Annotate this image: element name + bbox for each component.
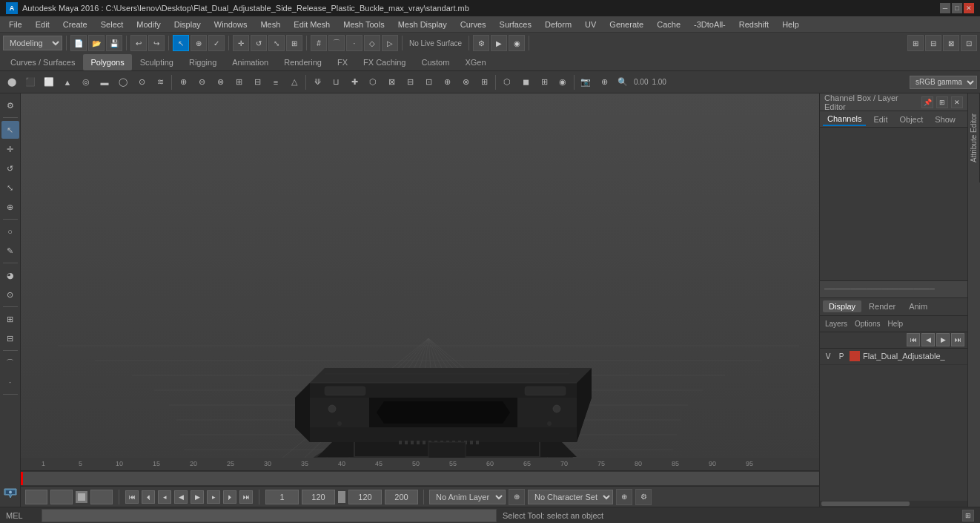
attribute-editor-label[interactable]: Attribute Editor — [968, 93, 980, 182]
select-lasso-button[interactable]: ⊕ — [191, 35, 207, 51]
tool-insert-edge-icon[interactable]: ⊟ — [401, 73, 419, 91]
point-snap-button[interactable]: · — [1, 373, 19, 391]
layer-row-1[interactable]: V P Flat_Dual_Adjustable_ — [820, 349, 967, 365]
tool-bridge-icon[interactable]: ⊔ — [327, 73, 345, 91]
cb-close-button[interactable]: ✕ — [951, 96, 963, 108]
menu-generate[interactable]: Generate — [603, 17, 649, 32]
max2-frame-input[interactable] — [385, 490, 418, 504]
menu-edit[interactable]: Edit — [30, 17, 56, 32]
next-key-button[interactable]: ▸ — [207, 490, 220, 504]
rotate-tool-button[interactable]: ↺ — [251, 35, 267, 51]
char-set-button[interactable]: ⊕ — [616, 489, 632, 505]
cb-tab-edit[interactable]: Edit — [869, 114, 892, 125]
tab-sculpting[interactable]: Sculpting — [133, 54, 181, 70]
redo-button[interactable]: ↪ — [148, 35, 165, 51]
menu-display[interactable]: Display — [168, 17, 207, 32]
universal-tool-button[interactable]: ⊞ — [286, 35, 302, 51]
mesh-sphere-icon[interactable]: ⬤ — [3, 73, 21, 91]
display-wireframe-icon[interactable]: ⬡ — [498, 73, 516, 91]
soft-mod-button[interactable]: ◕ — [1, 266, 19, 284]
layer-scrollbar[interactable] — [820, 501, 967, 507]
layers-menu[interactable]: Layers — [823, 319, 850, 329]
tab-animation[interactable]: Animation — [225, 54, 276, 70]
minimize-button[interactable]: ─ — [940, 3, 950, 13]
go-to-start-button[interactable]: ⏮ — [125, 490, 139, 504]
show-manip-button[interactable]: ⊞ — [1, 310, 19, 328]
end-frame-input[interactable]: 120 — [90, 490, 113, 504]
maximize-button[interactable]: □ — [952, 3, 962, 13]
tool-offset-edge-icon[interactable]: ⊡ — [420, 73, 437, 91]
play-forward-button[interactable]: ▶ — [191, 490, 204, 504]
tool-append-icon[interactable]: ✚ — [345, 73, 363, 91]
menu-help[interactable]: Help — [776, 17, 805, 32]
tb-right-btn-2[interactable]: ⊟ — [925, 35, 941, 51]
help-menu[interactable]: Help — [885, 319, 905, 329]
prev-key-button[interactable]: ◂ — [158, 490, 171, 504]
cb-float-button[interactable]: ⊞ — [936, 96, 948, 108]
current-frame-input[interactable]: 1 — [25, 490, 47, 504]
menu-mesh-display[interactable]: Mesh Display — [392, 17, 453, 32]
script-input[interactable] — [42, 509, 497, 522]
layer-scroll-thumb[interactable] — [821, 501, 910, 506]
mesh-torus-icon[interactable]: ◎ — [77, 73, 95, 91]
close-button[interactable]: ✕ — [964, 3, 974, 13]
menu-file[interactable]: File — [3, 17, 28, 32]
options-menu[interactable]: Options — [852, 319, 882, 329]
display-texture-icon[interactable]: ⊞ — [535, 73, 553, 91]
snap-surface-button[interactable]: ◇ — [364, 35, 380, 51]
tool-connect-icon[interactable]: ⊕ — [438, 73, 456, 91]
prev-frame-button[interactable]: ⏴ — [142, 490, 155, 504]
edit-separate-icon[interactable]: ⊖ — [193, 73, 211, 91]
display-shaded-icon[interactable]: ◼ — [517, 73, 534, 91]
tb-right-btn-3[interactable]: ⊠ — [943, 35, 959, 51]
tool-extrude-icon[interactable]: ⟱ — [308, 73, 326, 91]
cb-pin-button[interactable]: 📌 — [921, 96, 933, 108]
menu-3dtool[interactable]: -3DtoAll- — [688, 17, 732, 32]
scale-tool-button[interactable]: ⤡ — [268, 35, 285, 51]
tool-detach-icon[interactable]: ⊗ — [457, 73, 474, 91]
play-back-button[interactable]: ◀ — [174, 490, 188, 504]
tab-curves-surfaces[interactable]: Curves / Surfaces — [3, 54, 82, 70]
menu-mesh[interactable]: Mesh — [254, 17, 286, 32]
rotate-button[interactable]: ↺ — [1, 159, 19, 177]
cb-tab-show[interactable]: Show — [930, 114, 960, 125]
menu-redshift[interactable]: Redshift — [733, 17, 775, 32]
edit-av-icon[interactable]: ≡ — [267, 73, 285, 91]
edit-smooth-icon[interactable]: ⊟ — [248, 73, 266, 91]
mesh-cube-icon[interactable]: ⬛ — [21, 73, 39, 91]
workspace-dropdown[interactable]: Modeling — [3, 36, 62, 50]
tab-rigging[interactable]: Rigging — [182, 54, 224, 70]
tb-right-btn-1[interactable]: ⊞ — [907, 35, 924, 51]
universal-button[interactable]: ⊕ — [1, 198, 19, 216]
character-set-dropdown[interactable]: No Character Set — [528, 490, 613, 504]
menu-create[interactable]: Create — [57, 17, 93, 32]
render-settings-button[interactable]: ⚙ — [473, 35, 489, 51]
script-output-button[interactable]: ⊞ — [962, 510, 974, 522]
edit-booleans-icon[interactable]: ⊞ — [230, 73, 248, 91]
menu-mesh-tools[interactable]: Mesh Tools — [337, 17, 390, 32]
menu-deform[interactable]: Deform — [539, 17, 577, 32]
vp-target-icon[interactable]: ⊕ — [595, 73, 613, 91]
anim-layer-dropdown[interactable]: No Anim Layer — [429, 490, 506, 504]
move-tool-button[interactable]: ✛ — [233, 35, 249, 51]
start-frame-input[interactable]: 1 — [50, 490, 73, 504]
tool-split-poly-icon[interactable]: ⊠ — [383, 73, 400, 91]
menu-surfaces[interactable]: Surfaces — [494, 17, 537, 32]
menu-curves[interactable]: Curves — [454, 17, 492, 32]
menu-edit-mesh[interactable]: Edit Mesh — [288, 17, 336, 32]
menu-select[interactable]: Select — [95, 17, 130, 32]
ipr-button[interactable]: ◉ — [509, 35, 525, 51]
vp-camera-icon[interactable]: 📷 — [577, 73, 595, 91]
layer-nav-prev[interactable]: ◀ — [921, 333, 935, 346]
cb-tab-channels[interactable]: Channels — [823, 113, 866, 126]
menu-modify[interactable]: Modify — [130, 17, 166, 32]
dr-tab-anim[interactable]: Anim — [903, 300, 933, 312]
layer-nav-next[interactable]: ▶ — [936, 333, 950, 346]
scale-button[interactable]: ⤡ — [1, 179, 19, 197]
mesh-plane-icon[interactable]: ▬ — [96, 73, 113, 91]
edit-combine-icon[interactable]: ⊕ — [174, 73, 192, 91]
tab-custom[interactable]: Custom — [414, 54, 457, 70]
tool-merge-icon[interactable]: ⊞ — [475, 73, 493, 91]
anim-layer-button[interactable]: ⊕ — [509, 489, 525, 505]
tab-xgen[interactable]: XGen — [457, 54, 493, 70]
